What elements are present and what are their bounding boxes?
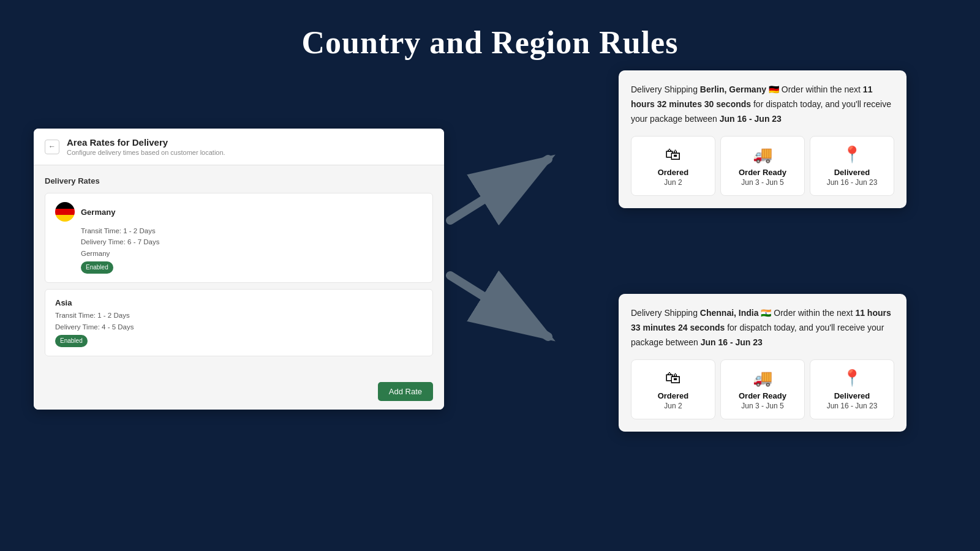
- panel-header: ← Area Rates for Delivery Configure deli…: [34, 129, 444, 165]
- germany-transit: Transit Time: 1 - 2 Days: [81, 225, 423, 236]
- germany-delivery: Delivery Time: 6 - 7 Days: [81, 236, 423, 247]
- asia-rate-card[interactable]: Asia Transit Time: 1 - 2 Days Delivery T…: [45, 289, 433, 356]
- germany-info-card: Delivery Shipping Berlin, Germany 🇩🇪 Ord…: [619, 70, 907, 208]
- asia-enabled-badge: Enabled: [55, 335, 88, 347]
- panel-header-text: Area Rates for Delivery Configure delive…: [67, 137, 225, 156]
- germany-enabled-badge: Enabled: [81, 261, 113, 274]
- page-title: Country and Region Rules: [0, 0, 980, 61]
- ordered-label: Ordered: [638, 168, 709, 177]
- delivery-rates-label: Delivery Rates: [45, 176, 433, 186]
- area-rates-panel: ← Area Rates for Delivery Configure deli…: [34, 129, 444, 410]
- arrow-bottom: [438, 263, 560, 355]
- germany-status-row: 🛍 Ordered Jun 2 🚚 Order Ready Jun 3 - Ju…: [631, 136, 894, 196]
- india-delivered-icon: 📍: [816, 369, 888, 388]
- panel-subtitle: Configure delivery times based on custom…: [67, 149, 225, 156]
- india-delivered-box: 📍 Delivered Jun 16 - Jun 23: [810, 359, 894, 419]
- india-delivered-date: Jun 16 - Jun 23: [816, 402, 888, 410]
- order-ready-icon: 🚚: [727, 145, 798, 164]
- germany-rate-name: Germany: [81, 208, 115, 217]
- india-status-row: 🛍 Ordered Jun 2 🚚 Order Ready Jun 3 - Ju…: [631, 359, 894, 419]
- germany-rate-details: Transit Time: 1 - 2 Days Delivery Time: …: [81, 225, 423, 274]
- germany-info-text: Delivery Shipping Berlin, Germany 🇩🇪 Ord…: [631, 83, 894, 126]
- germany-flag-icon: [55, 202, 75, 222]
- india-ordered-label: Ordered: [638, 391, 709, 400]
- delivered-label: Delivered: [816, 168, 888, 177]
- panel-title: Area Rates for Delivery: [67, 137, 225, 148]
- india-info-text: Delivery Shipping Chennai, India 🇮🇳 Orde…: [631, 306, 894, 350]
- arrow-top: [438, 141, 560, 233]
- panel-footer: Add Rate: [34, 373, 444, 410]
- india-order-ready-box: 🚚 Order Ready Jun 3 - Jun 5: [720, 359, 805, 419]
- india-order-ready-date: Jun 3 - Jun 5: [727, 402, 798, 410]
- asia-rate-name: Asia: [55, 298, 423, 307]
- germany-ordered-box: 🛍 Ordered Jun 2: [631, 136, 715, 196]
- india-order-ready-icon: 🚚: [727, 369, 798, 388]
- germany-delivered-box: 📍 Delivered Jun 16 - Jun 23: [810, 136, 894, 196]
- india-ordered-date: Jun 2: [638, 402, 709, 410]
- delivered-date: Jun 16 - Jun 23: [816, 178, 888, 187]
- add-rate-button[interactable]: Add Rate: [378, 382, 433, 401]
- india-info-card: Delivery Shipping Chennai, India 🇮🇳 Orde…: [619, 294, 907, 432]
- ordered-icon: 🛍: [638, 145, 709, 164]
- order-ready-date: Jun 3 - Jun 5: [727, 178, 798, 187]
- india-ordered-icon: 🛍: [638, 369, 709, 388]
- asia-rate-details: Transit Time: 1 - 2 Days Delivery Time: …: [55, 310, 423, 347]
- back-button[interactable]: ←: [45, 140, 59, 154]
- germany-rate-card[interactable]: Germany Transit Time: 1 - 2 Days Deliver…: [45, 193, 433, 283]
- rate-card-header: Germany: [55, 202, 423, 222]
- germany-region: Germany: [81, 248, 423, 259]
- panel-body: Delivery Rates Germany Transit Time: 1 -…: [34, 165, 444, 373]
- asia-delivery: Delivery Time: 4 - 5 Days: [55, 321, 423, 332]
- india-ordered-box: 🛍 Ordered Jun 2: [631, 359, 715, 419]
- ordered-date: Jun 2: [638, 178, 709, 187]
- india-delivered-label: Delivered: [816, 391, 888, 400]
- asia-transit: Transit Time: 1 - 2 Days: [55, 310, 423, 321]
- order-ready-label: Order Ready: [727, 168, 798, 177]
- delivered-icon: 📍: [816, 145, 888, 164]
- germany-order-ready-box: 🚚 Order Ready Jun 3 - Jun 5: [720, 136, 805, 196]
- india-order-ready-label: Order Ready: [727, 391, 798, 400]
